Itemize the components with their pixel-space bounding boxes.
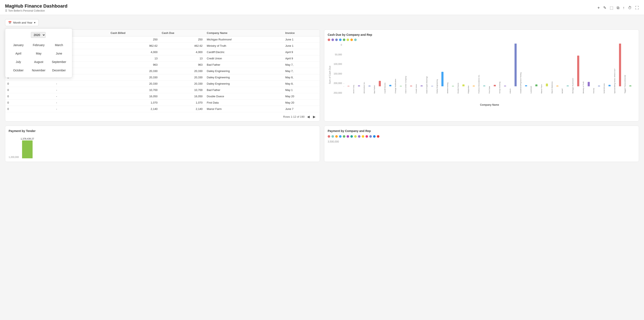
bar-x-label: Edgepulse xyxy=(468,81,469,93)
legend-dot xyxy=(339,39,342,41)
month-july[interactable]: July xyxy=(8,58,28,66)
cell-company-name: Ministry of Truth xyxy=(205,43,283,49)
subtitle: ☰ Tom Bellen's Personal Collection xyxy=(5,9,68,12)
cell-cash-due: 963 xyxy=(160,62,204,68)
copy-button[interactable]: ⧉ xyxy=(617,6,620,10)
bar xyxy=(358,85,360,86)
bar-group: Client Center Company xyxy=(406,86,416,89)
cash-chart-title: Cash Due by Company and Rep xyxy=(328,33,636,36)
bar xyxy=(588,82,590,86)
month-may[interactable]: May xyxy=(29,50,48,57)
x-axis-label: Company Name xyxy=(344,103,636,106)
cell-invoice: May 20 xyxy=(283,93,320,100)
y-axis-value: 150,000 xyxy=(331,72,342,75)
add-button[interactable]: + xyxy=(597,6,600,10)
cell-invoice: June 1 xyxy=(283,36,320,43)
payment-y-axis: 1,200,000 xyxy=(8,139,20,158)
month-april[interactable]: April xyxy=(8,50,28,57)
y-axis: 250,000200,000150,000100,00050,0000 xyxy=(331,44,344,94)
bar-group: Special Billing Notes: Where Go? xyxy=(615,44,625,89)
bar-x-label: Credit Union xyxy=(415,81,417,93)
payment-legend-dot xyxy=(332,135,334,138)
fullscreen-button[interactable]: ⛶ xyxy=(635,6,639,10)
bar-group: Daido Engine Bearings xyxy=(427,86,437,89)
legend-dot xyxy=(343,39,345,41)
cell-cash-due: 20,330 xyxy=(160,74,204,81)
stack-icon: ☰ xyxy=(5,9,7,12)
bar-group: Change Notification xyxy=(396,86,406,89)
prev-page-button[interactable]: ◀ xyxy=(306,114,310,119)
history-button[interactable]: ⏱ xyxy=(628,6,632,10)
header-actions: + ✎ ⬚ ⧉ ↑ ⏱ ⛶ xyxy=(597,6,639,10)
cell-invoice: May 8, xyxy=(283,74,320,81)
cell-company-name: Bad Father xyxy=(205,87,283,93)
page-title: MagHub Finance Dashboard xyxy=(5,3,68,9)
bar-group: Festivus Decorations Inc. xyxy=(480,85,489,89)
cell-cash-due: 462.62 xyxy=(160,43,204,49)
bar xyxy=(462,84,464,86)
y-axis-label: Sum of Cash Due xyxy=(328,44,331,106)
bar-x-label: Client Center Company xyxy=(405,81,407,93)
payment-legend-dot xyxy=(362,135,364,138)
legend-dot xyxy=(335,39,338,41)
bar-x-label: Cardiff Electric xyxy=(384,81,386,93)
bar-group: Ministry of Truth xyxy=(584,82,594,89)
bar-group: 123 Company xyxy=(344,86,354,89)
month-august[interactable]: August xyxy=(29,58,48,66)
calendar-icon: 📅 xyxy=(8,21,12,24)
share-button[interactable]: ↑ xyxy=(623,6,625,10)
bar-group: deleted testing xyxy=(448,86,458,89)
cell-cash-billed: 20,330 xyxy=(108,68,160,74)
bar-x-label: MGMT xyxy=(562,81,563,93)
year-select[interactable]: 2020 2019 2021 xyxy=(31,32,46,38)
bar-x-label: Festivus Decorations Inc. xyxy=(478,81,480,93)
pagination: Rows 1-12 of 190 ◀ ▶ xyxy=(5,112,320,121)
subtitle-text: Tom Bellen's Personal Collection xyxy=(8,9,45,12)
edit-button[interactable]: ✎ xyxy=(603,6,606,10)
bar-x-label: First Data xyxy=(488,81,490,93)
month-year-filter[interactable]: 📅 Month and Year ▾ xyxy=(5,19,39,26)
bar-group: Schitt $Creek xyxy=(605,85,614,89)
payment-company-title: Payment by Company and Rep xyxy=(328,129,636,133)
bar xyxy=(442,72,444,86)
bar xyxy=(431,86,433,86)
cell-cash-billed: 4,000 xyxy=(108,49,160,55)
bar xyxy=(556,86,558,86)
bars-area: 123 CompanyAcme Corp.Aeromotive Inc.Bad … xyxy=(344,44,636,102)
payment-legend-dot xyxy=(335,135,338,138)
bar-group: Landmark xyxy=(532,84,542,89)
main-grid: Barter Due Brand Name Cash Billed Cash D… xyxy=(5,30,639,121)
cell-cash-due: 20,330 xyxy=(160,68,204,74)
cell-company-name: First Data xyxy=(205,100,283,106)
bar xyxy=(525,85,527,86)
bar xyxy=(598,86,600,86)
month-january[interactable]: January xyxy=(8,41,28,49)
bar-x-label: Group Invoicing xyxy=(499,81,501,93)
bar xyxy=(379,81,381,86)
link-button[interactable]: ⬚ xyxy=(610,6,613,10)
month-october[interactable]: October xyxy=(8,67,28,74)
cash-chart-legend xyxy=(328,39,636,41)
payment-legend-dot xyxy=(358,135,360,138)
bar-group: Installment/Payment Testing xyxy=(521,85,531,89)
bar-x-label: Dailey Engineering xyxy=(436,81,438,93)
bar-group: Double Duece xyxy=(458,84,468,89)
bar xyxy=(410,86,412,86)
cell-cash-billed: 10,700 xyxy=(108,87,160,93)
bar-x-label: Aeromotive Inc. xyxy=(363,81,365,93)
month-december[interactable]: December xyxy=(49,67,69,74)
cell-invoice: April 9 xyxy=(283,49,320,55)
payment-legend-dot xyxy=(366,135,368,138)
chart-area: Sum of Cash Due 250,000200,000150,000100… xyxy=(328,44,636,106)
month-march[interactable]: March xyxy=(49,41,69,49)
cell-company-name: Cardiff Electric xyxy=(205,49,283,55)
month-february[interactable]: February xyxy=(29,41,48,49)
cell-invoice: June 7 xyxy=(283,106,320,112)
month-november[interactable]: November xyxy=(29,67,48,74)
cell-cash-billed: 1,070 xyxy=(108,100,160,106)
month-september[interactable]: September xyxy=(49,58,69,66)
cell-brand-name: - xyxy=(54,81,108,87)
next-page-button[interactable]: ▶ xyxy=(312,114,316,119)
month-june[interactable]: June xyxy=(49,50,69,57)
bar-x-label: Change Notification xyxy=(394,81,396,93)
